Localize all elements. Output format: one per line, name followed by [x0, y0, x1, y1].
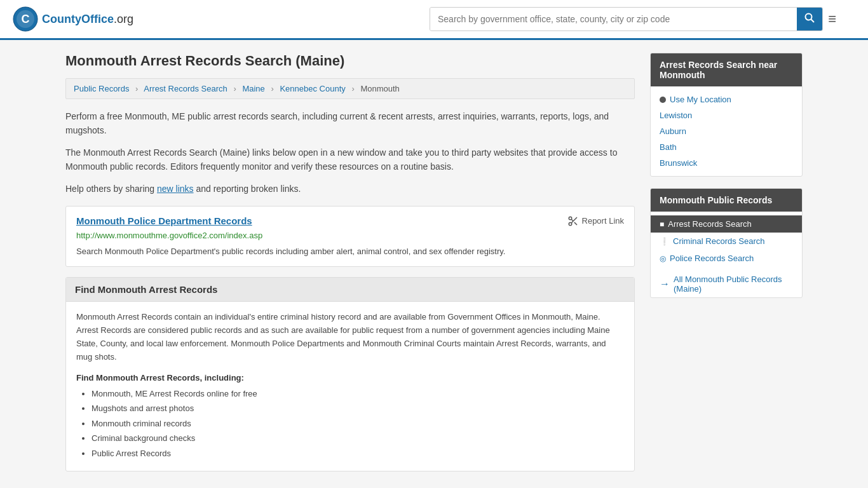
sidebar-public-item-2[interactable]: ◎Police Records Search: [651, 250, 802, 267]
search-area: ≡: [430, 7, 836, 31]
site-header: C CountyOffice.org ≡: [0, 0, 868, 40]
new-links-link[interactable]: new links: [157, 184, 194, 194]
find-section: Find Monmouth Arrest Records Monmouth Ar…: [65, 277, 635, 471]
svg-line-8: [574, 222, 576, 225]
search-button[interactable]: [797, 8, 822, 30]
sidebar-icon-2: ◎: [660, 254, 666, 263]
use-location-link[interactable]: Use My Location: [670, 95, 731, 104]
svg-text:C: C: [22, 13, 30, 25]
breadcrumb-kennebec[interactable]: Kennebec County: [280, 84, 345, 93]
breadcrumb-arrest-records[interactable]: Arrest Records Search: [144, 84, 227, 93]
all-records-link[interactable]: → All Monmouth Public Records (Maine): [651, 271, 802, 297]
arrow-right-icon: →: [660, 278, 670, 290]
near-location-auburn[interactable]: Auburn: [651, 123, 802, 139]
near-location-bath[interactable]: Bath: [651, 139, 802, 155]
sidebar-public-header: Monmouth Public Records: [651, 189, 802, 212]
logo-icon: C: [13, 6, 38, 32]
breadcrumb-public-records[interactable]: Public Records: [74, 84, 129, 93]
search-input[interactable]: [430, 8, 797, 30]
record-url[interactable]: http://www.monmouthme.govoffice2.com/ind…: [76, 231, 624, 240]
record-title-link[interactable]: Monmouth Police Department Records: [76, 215, 252, 226]
content-area: Monmouth Arrest Records Search (Maine) P…: [65, 53, 635, 471]
main-container: Monmouth Arrest Records Search (Maine) P…: [53, 40, 815, 484]
svg-line-4: [811, 20, 815, 23]
record-card: Monmouth Police Department Records Repor…: [65, 206, 635, 268]
svg-line-9: [571, 219, 573, 221]
use-my-location-item[interactable]: Use My Location: [651, 92, 802, 107]
find-list-item: Public Arrest Records: [92, 447, 624, 460]
page-title: Monmouth Arrest Records Search (Maine): [65, 53, 635, 69]
location-dot-icon: [660, 97, 666, 103]
sidebar-public-records: Monmouth Public Records ■Arrest Records …: [650, 188, 803, 298]
report-link-button[interactable]: Report Link: [567, 215, 624, 227]
near-location-brunswick[interactable]: Brunswick: [651, 155, 802, 171]
breadcrumb-maine[interactable]: Maine: [242, 84, 264, 93]
sidebar: Arrest Records Search near Monmouth Use …: [650, 53, 803, 471]
sidebar-near: Arrest Records Search near Monmouth Use …: [650, 53, 803, 177]
sidebar-icon-0: ■: [660, 220, 664, 229]
find-list-item: Monmouth criminal records: [92, 417, 624, 430]
scissors-icon: [567, 215, 579, 227]
near-location-lewiston[interactable]: Lewiston: [651, 107, 802, 123]
record-description: Search Monmouth Police Department's publ…: [76, 245, 624, 258]
find-list-item: Monmouth, ME Arrest Records online for f…: [92, 388, 624, 400]
sidebar-icon-1: ❕: [660, 237, 669, 246]
description-2: The Monmouth Arrest Records Search (Main…: [65, 146, 635, 174]
sidebar-public-item-1[interactable]: ❕Criminal Records Search: [651, 233, 802, 250]
svg-point-5: [569, 217, 572, 220]
description-1: Perform a free Monmouth, ME public arres…: [65, 109, 635, 138]
find-list: Monmouth, ME Arrest Records online for f…: [76, 388, 624, 460]
breadcrumb: Public Records › Arrest Records Search ›…: [65, 78, 635, 99]
record-card-header: Monmouth Police Department Records Repor…: [76, 215, 624, 227]
logo[interactable]: C CountyOffice.org: [13, 6, 133, 32]
sidebar-public-list: ■Arrest Records Search❕Criminal Records …: [651, 212, 802, 271]
find-list-item: Mugshots and arrest photos: [92, 402, 624, 415]
find-paragraph: Monmouth Arrest Records contain an indiv…: [76, 311, 624, 363]
find-body: Monmouth Arrest Records contain an indiv…: [66, 302, 634, 471]
find-list-item: Criminal background checks: [92, 432, 624, 445]
search-wrapper: [430, 7, 823, 31]
find-subheading: Find Monmouth Arrest Records, including:: [76, 373, 624, 383]
sidebar-near-list: Use My Location Lewiston Auburn Bath Bru…: [651, 86, 802, 176]
menu-button[interactable]: ≡: [828, 12, 836, 26]
description-3: Help others by sharing new links and rep…: [65, 182, 635, 196]
sidebar-near-header: Arrest Records Search near Monmouth: [651, 53, 802, 86]
find-header: Find Monmouth Arrest Records: [66, 278, 634, 302]
sidebar-public-item-0[interactable]: ■Arrest Records Search: [651, 215, 802, 233]
logo-text: CountyOffice.org: [42, 13, 133, 26]
svg-point-6: [569, 222, 572, 226]
breadcrumb-monmouth: Monmouth: [360, 84, 399, 93]
svg-point-3: [806, 14, 812, 20]
search-icon: [804, 13, 815, 23]
